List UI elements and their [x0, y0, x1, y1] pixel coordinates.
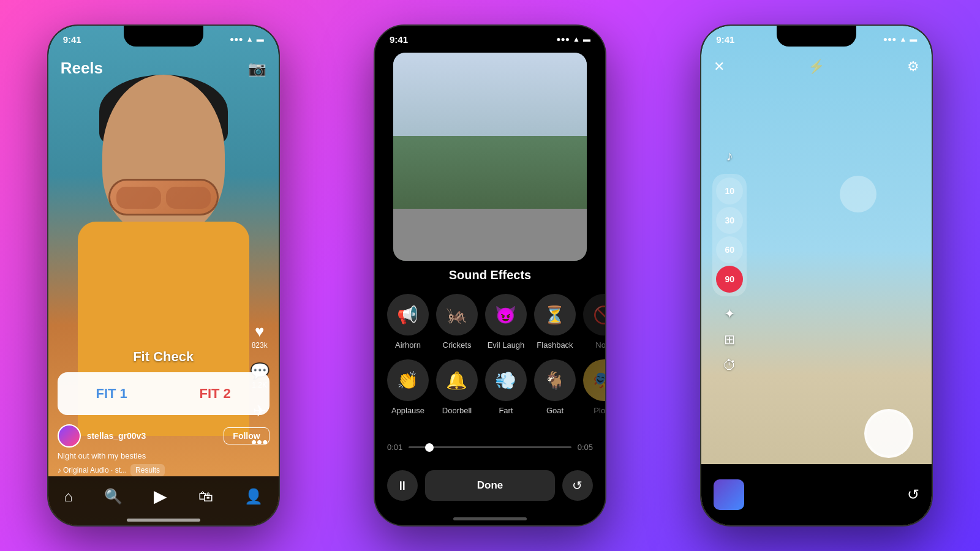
bottom-nav: ⌂ 🔍 ▶ 🛍 👤 — [48, 476, 279, 525]
camera-side-controls: ♪ 10 30 60 90 ✦ ⊞ ⏱ — [712, 148, 747, 373]
lens-left — [116, 187, 161, 209]
airhorn-label: Airhorn — [395, 340, 421, 350]
signal-2-icon: ●●● — [556, 35, 570, 43]
signal-3-icon: ●●● — [883, 35, 897, 43]
sound-flashback[interactable]: ⏳ Flashback — [534, 294, 576, 350]
battery-icon: ▬ — [257, 35, 264, 43]
fart-label: Fart — [499, 406, 513, 415]
sound-evil-laugh[interactable]: 😈 Evil Laugh — [485, 294, 527, 350]
reels-overlay: Fit Check FIT 1 FIT 2 stellas_gr00v3 Fol… — [48, 349, 279, 476]
sound-effects-background: 9:41 ●●● ▲ ▬ Sound Effects 📢 — [375, 26, 605, 525]
phone-reels: 9:41 ●●● ▲ ▬ Reels 📷 ♥ 823k 💬 1.2K ✈ — [47, 24, 280, 527]
time-end: 0:05 — [578, 443, 593, 452]
nav-reels-icon[interactable]: ▶ — [154, 486, 167, 506]
follow-button[interactable]: Follow — [224, 427, 269, 444]
nav-search-icon[interactable]: 🔍 — [104, 488, 123, 505]
music-icon[interactable]: ♪ — [726, 148, 733, 164]
fit2-button[interactable]: FIT 2 — [166, 377, 265, 410]
timer-90[interactable]: 90 — [716, 266, 743, 293]
sound-no[interactable]: 🚫 No... — [583, 294, 605, 350]
wifi-2-icon: ▲ — [573, 35, 580, 43]
layout-icon[interactable]: ⊞ — [724, 332, 735, 348]
wifi-3-icon: ▲ — [899, 35, 907, 43]
done-button[interactable]: Done — [425, 470, 555, 501]
evil-laugh-label: Evil Laugh — [488, 340, 525, 350]
applause-icon: 👏 — [387, 359, 429, 401]
fit-buttons-container: FIT 1 FIT 2 — [58, 372, 270, 415]
evil-laugh-icon: 😈 — [485, 294, 527, 335]
goat-label: Goat — [546, 406, 564, 415]
no-icon: 🚫 — [583, 294, 605, 335]
lens-right — [166, 187, 211, 209]
gallery-thumbnail[interactable] — [714, 479, 744, 510]
results-button[interactable]: Results — [130, 464, 165, 476]
fit1-button[interactable]: FIT 1 — [62, 377, 161, 410]
pause-button[interactable]: ⏸ — [387, 470, 418, 501]
phone-camera: 9:41 ●●● ▲ ▬ ✕ ⚡ ⚙ ♪ 10 30 60 90 ✦ ⊞ — [700, 24, 933, 527]
doorbell-label: Doorbell — [442, 406, 472, 415]
shutter-button[interactable] — [864, 409, 913, 458]
doorbell-icon: 🔔 — [436, 359, 478, 401]
timeline-bar[interactable]: 0:01 0:05 — [387, 443, 593, 452]
time-1: 9:41 — [63, 34, 81, 45]
person-head — [102, 75, 225, 234]
flashback-icon: ⏳ — [534, 294, 576, 335]
reset-icon: ↺ — [572, 478, 582, 493]
sound-row-1: 📢 Airhorn 🦗 Crickets 😈 Evil Laugh ⏳ Flas… — [387, 294, 593, 350]
sound-fart[interactable]: 💨 Fart — [485, 359, 527, 415]
status-icons-3: ●●● ▲ ▬ — [883, 35, 918, 43]
settings-icon[interactable]: ⚙ — [907, 59, 919, 75]
home-indicator-1 — [127, 519, 200, 522]
sound-airhorn[interactable]: 📢 Airhorn — [387, 294, 429, 350]
plot-label: Plot... — [594, 406, 605, 415]
reset-button[interactable]: ↺ — [562, 470, 593, 501]
flash-icon[interactable]: ⚡ — [808, 59, 824, 75]
fit-check-title: Fit Check — [58, 349, 270, 365]
camera-icon[interactable]: 📷 — [248, 60, 266, 77]
sparkle-icon[interactable]: ✦ — [724, 306, 735, 322]
time-start: 0:01 — [387, 443, 402, 452]
sound-crickets[interactable]: 🦗 Crickets — [436, 294, 478, 350]
clock-icon[interactable]: ⏱ — [723, 358, 736, 373]
timeline-track[interactable] — [409, 446, 571, 448]
like-count: 823k — [252, 341, 268, 350]
timer-group: 10 30 60 90 — [712, 174, 747, 296]
signal-icon: ●●● — [230, 35, 243, 43]
timer-60[interactable]: 60 — [716, 236, 743, 263]
time-2: 9:41 — [390, 34, 408, 45]
sound-doorbell[interactable]: 🔔 Doorbell — [436, 359, 478, 415]
sound-effects-title: Sound Effects — [375, 268, 605, 282]
preview-sky — [393, 53, 587, 136]
user-row: stellas_gr00v3 Follow — [58, 424, 270, 448]
notch-1 — [124, 26, 203, 47]
nav-shop-icon[interactable]: 🛍 — [198, 488, 213, 505]
sound-applause[interactable]: 👏 Applause — [387, 359, 429, 415]
nav-home-icon[interactable]: ⌂ — [64, 488, 73, 505]
sound-plot[interactable]: 🎭 Plot... — [583, 359, 605, 415]
avatar[interactable] — [58, 424, 81, 448]
timer-10[interactable]: 10 — [716, 178, 743, 204]
reels-title: Reels — [61, 59, 103, 78]
username[interactable]: stellas_gr00v3 — [87, 431, 218, 441]
applause-label: Applause — [391, 406, 424, 415]
timeline-dot — [425, 443, 434, 452]
preview-road — [393, 209, 587, 261]
time-3: 9:41 — [716, 34, 734, 45]
audio-text: ♪ Original Audio · st... — [58, 466, 127, 474]
flip-camera-icon[interactable]: ↺ — [907, 486, 919, 503]
status-icons-2: ●●● ▲ ▬ — [556, 35, 590, 43]
nav-profile-icon[interactable]: 👤 — [244, 488, 263, 505]
sound-goat[interactable]: 🐐 Goat — [534, 359, 576, 415]
battery-2-icon: ▬ — [583, 35, 590, 43]
skater-figure — [840, 176, 876, 212]
fart-icon: 💨 — [485, 359, 527, 401]
goat-icon: 🐐 — [534, 359, 576, 401]
home-indicator-2 — [453, 517, 527, 520]
timer-30[interactable]: 30 — [716, 207, 743, 234]
close-icon[interactable]: ✕ — [714, 59, 725, 75]
like-item[interactable]: ♥ 823k — [252, 322, 268, 350]
caption: Night out with my besties — [58, 451, 270, 460]
crickets-icon: 🦗 — [436, 294, 478, 335]
crickets-label: Crickets — [443, 340, 472, 350]
airhorn-icon: 📢 — [387, 294, 429, 335]
